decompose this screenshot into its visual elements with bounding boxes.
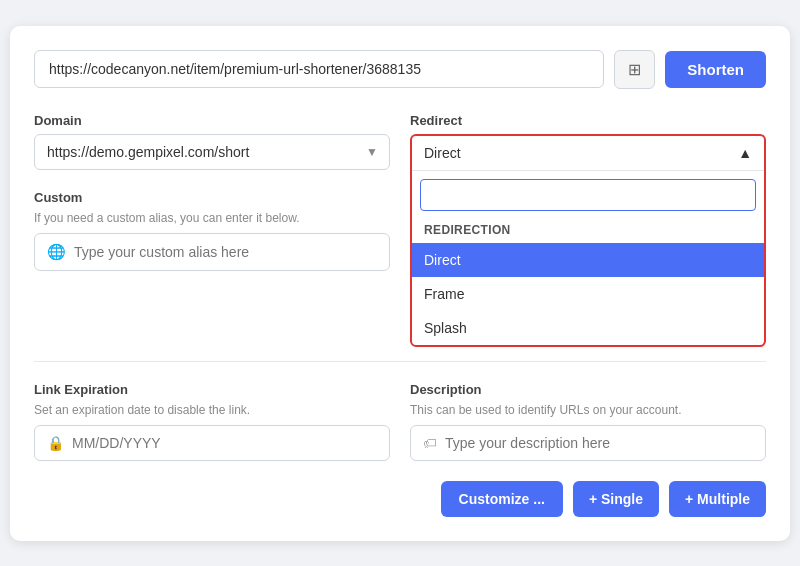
main-columns: Domain https://demo.gempixel.com/short ▼…: [34, 113, 766, 347]
tag-icon: 🏷: [423, 435, 437, 451]
redirect-option-splash[interactable]: Splash: [412, 311, 764, 345]
domain-label: Domain: [34, 113, 390, 128]
description-label: Description: [410, 382, 766, 397]
redirect-group-label: Redirection: [412, 219, 764, 243]
custom-section: Custom If you need a custom alias, you c…: [34, 190, 390, 271]
single-button[interactable]: + Single: [573, 481, 659, 517]
right-column: Redirect Direct ▲ Redirection Direct Fra…: [410, 113, 766, 347]
description-hint: This can be used to identify URLs on you…: [410, 403, 766, 417]
lock-icon: 🔒: [47, 435, 64, 451]
redirect-search-input[interactable]: [420, 179, 756, 211]
customize-button[interactable]: Customize ...: [441, 481, 563, 517]
url-input[interactable]: [34, 50, 604, 88]
expiry-column: Link Expiration Set an expiration date t…: [34, 382, 390, 461]
custom-hint: If you need a custom alias, you can ente…: [34, 211, 390, 225]
url-row: ⊞ Shorten: [34, 50, 766, 89]
expiry-input-wrap[interactable]: 🔒: [34, 425, 390, 461]
hash-icon: ⊞: [628, 60, 641, 79]
redirect-selected-value: Direct: [424, 145, 461, 161]
multiple-button[interactable]: + Multiple: [669, 481, 766, 517]
description-column: Description This can be used to identify…: [410, 382, 766, 461]
domain-select[interactable]: https://demo.gempixel.com/short: [34, 134, 390, 170]
expiry-label: Link Expiration: [34, 382, 390, 397]
custom-alias-input-wrap[interactable]: 🌐: [34, 233, 390, 271]
redirect-label: Redirect: [410, 113, 766, 128]
action-row: Customize ... + Single + Multiple: [34, 481, 766, 517]
hash-button[interactable]: ⊞: [614, 50, 655, 89]
redirect-option-direct[interactable]: Direct: [412, 243, 764, 277]
expiry-hint: Set an expiration date to disable the li…: [34, 403, 390, 417]
custom-label: Custom: [34, 190, 390, 205]
description-input-wrap[interactable]: 🏷: [410, 425, 766, 461]
redirect-chevron-icon: ▲: [738, 145, 752, 161]
left-column: Domain https://demo.gempixel.com/short ▼…: [34, 113, 390, 347]
shorten-button[interactable]: Shorten: [665, 51, 766, 88]
expiry-input[interactable]: [72, 435, 377, 451]
bottom-row: Link Expiration Set an expiration date t…: [34, 382, 766, 461]
globe-icon: 🌐: [47, 243, 66, 261]
redirect-selected-row[interactable]: Direct ▲: [412, 136, 764, 171]
redirect-dropdown[interactable]: Direct ▲ Redirection Direct Frame Splash: [410, 134, 766, 347]
description-input[interactable]: [445, 435, 753, 451]
custom-alias-input[interactable]: [74, 244, 377, 260]
domain-select-wrap: https://demo.gempixel.com/short ▼: [34, 134, 390, 170]
divider: [34, 361, 766, 362]
main-card: ⊞ Shorten Domain https://demo.gempixel.c…: [10, 26, 790, 541]
redirect-option-frame[interactable]: Frame: [412, 277, 764, 311]
